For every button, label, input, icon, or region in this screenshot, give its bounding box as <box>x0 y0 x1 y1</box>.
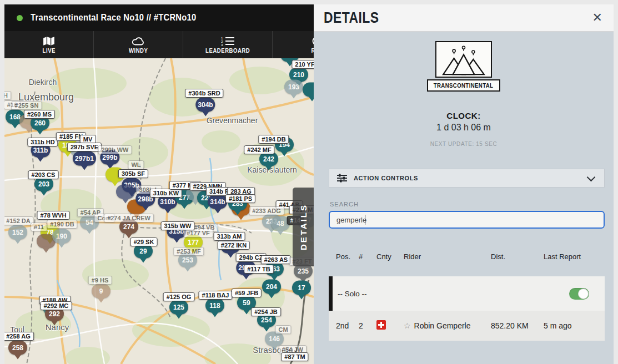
map-rider-tag[interactable]: #272 IKN <box>218 241 250 250</box>
map-pin[interactable]: 235 <box>294 264 313 283</box>
chevron-down-icon <box>587 173 596 181</box>
search-input[interactable] <box>329 211 605 229</box>
rider-name: Robin Gemperle <box>414 321 471 330</box>
map-rider-tag[interactable]: AH <box>4 91 11 100</box>
map-rider-tag[interactable]: #258 AG <box>4 332 34 341</box>
rider-country <box>376 320 404 331</box>
solo-group-row: -- Solo -- <box>329 276 605 311</box>
map-rider-tag[interactable]: 315b WW <box>161 221 195 230</box>
map-pin[interactable]: 190 <box>52 229 71 248</box>
map-rider-tag[interactable]: #253 MF <box>173 247 204 256</box>
map-rider-tag[interactable]: #125 OG <box>163 292 195 301</box>
rider-dist: 852.20 KM <box>491 321 544 330</box>
map-rider-tag[interactable]: #59 JFB <box>232 289 262 297</box>
map-pin[interactable]: 9 <box>92 284 110 303</box>
map-rider-tag[interactable]: #118 BAJ <box>199 291 233 300</box>
close-icon[interactable]: ✕ <box>590 11 605 25</box>
map-rider-tag[interactable]: #87 TM <box>281 352 308 361</box>
details-panel-title: DETAILS <box>324 9 379 27</box>
clock-label: CLOCK: <box>314 111 614 120</box>
map-rider-tag[interactable]: 210 YF <box>292 60 314 69</box>
map-pin[interactable] <box>303 83 314 102</box>
map-pin[interactable]: 203 <box>34 177 53 196</box>
map-rider-tag[interactable]: CM <box>275 325 291 334</box>
map-rider-tag[interactable]: #260 MS <box>24 110 55 119</box>
column-last-report: Last Report <box>544 252 605 261</box>
swiss-flag-icon <box>376 320 386 330</box>
map-rider-tag[interactable]: #233 ADG <box>249 206 284 215</box>
map-nav-bar: LIVE WINDY 123 LEADERBOARD <box>4 31 314 58</box>
map-rider-tag[interactable]: 297b SVE <box>67 143 102 151</box>
map-rider-tag[interactable]: #263 AS <box>261 255 291 264</box>
details-panel: DETAILS ✕ TRAN <box>314 4 614 364</box>
column-pos: Pos. <box>329 252 359 261</box>
city-label: Grevenmacher <box>207 116 258 125</box>
race-map[interactable]: DiekirchLuxembourgGrevenmacherKaiserslau… <box>4 58 314 364</box>
live-status-dot-icon <box>17 15 23 21</box>
map-pin[interactable]: 118 <box>205 299 224 317</box>
action-controls-label: ACTION CONTROLS <box>354 175 588 181</box>
cloud-icon <box>132 36 145 46</box>
race-logo-text: TRANSCONTINENTAL <box>434 82 494 89</box>
map-rider-tag[interactable]: #9 HS <box>88 276 112 285</box>
race-title-bar: Transcontinental Race No10 // #TCRNo10 <box>4 4 314 31</box>
map-rider-tag[interactable]: #78 WVH <box>37 211 69 220</box>
map-rider-tag[interactable]: #304b SRD <box>185 89 223 98</box>
nav-tab-replay[interactable]: REP <box>273 31 314 58</box>
map-rider-tag[interactable]: 310b KW <box>150 189 182 198</box>
nav-tab-windy[interactable]: WINDY <box>94 31 183 58</box>
details-drawer-tab-label: DETAILS <box>299 204 308 250</box>
map-pin[interactable]: 258 <box>8 341 27 360</box>
solo-toggle[interactable] <box>569 288 589 300</box>
search-label: SEARCH <box>330 201 359 208</box>
map-rider-tag[interactable]: #29 SK <box>130 237 158 246</box>
rider-pos: 2nd <box>329 321 359 330</box>
map-rider-tag[interactable]: #152 DA <box>4 216 34 225</box>
map-pin[interactable]: 204 <box>262 280 281 299</box>
map-rider-tag[interactable]: 305b SF <box>118 169 148 178</box>
map-rider-tag[interactable]: #117 TB <box>244 265 274 274</box>
svg-text:3: 3 <box>221 43 223 46</box>
map-rider-tag[interactable]: #194 DB <box>258 135 289 144</box>
race-logo-image <box>435 41 492 78</box>
nav-tab-live[interactable]: LIVE <box>4 31 94 58</box>
map-rider-tag[interactable]: #181 PS <box>225 194 255 203</box>
map-pin[interactable]: 17 <box>292 281 311 300</box>
tune-sliders-icon <box>337 174 347 183</box>
app: Transcontinental Race No10 // #TCRNo10 L… <box>0 0 618 364</box>
clock-value: 1 d 03 h 06 m <box>314 123 614 133</box>
map-pin[interactable]: 125 <box>169 300 188 319</box>
map-rider-tag[interactable]: #242 MF <box>244 145 274 154</box>
map-window: Transcontinental Race No10 // #TCRNo10 L… <box>4 4 314 364</box>
map-rider-tag[interactable]: #292 MC <box>41 301 72 310</box>
map-rider-tag[interactable]: #254 JB <box>251 307 281 316</box>
action-controls-accordion[interactable]: ACTION CONTROLS <box>329 169 605 188</box>
map-rider-tag[interactable]: #203 CS <box>28 170 59 179</box>
map-pin[interactable]: 314b <box>208 195 227 214</box>
map-pin[interactable]: 297b1 <box>73 151 96 170</box>
details-drawer-tab[interactable]: DETAILS <box>293 188 314 266</box>
map-rider-tag[interactable]: #274 JA CREW <box>104 214 154 223</box>
map-pin[interactable]: 152 <box>8 225 27 244</box>
map-pin[interactable]: 193 <box>284 80 303 99</box>
map-rider-tag[interactable]: #11 <box>31 223 47 231</box>
rider-row[interactable]: 2nd 2 ☆ Robin Gemperle 852.20 KM 5 m ago <box>329 311 605 341</box>
rider-last-report: 5 m ago <box>544 321 605 330</box>
map-rider-tag[interactable]: #255 SN <box>12 101 42 110</box>
nav-tab-live-label: LIVE <box>42 48 55 54</box>
map-rider-tag[interactable]: 311b HD <box>27 138 58 146</box>
race-logo: TRANSCONTINENTAL <box>314 41 614 92</box>
star-icon[interactable]: ☆ <box>404 321 411 330</box>
map-pin[interactable]: 304b <box>195 98 215 117</box>
map-pin[interactable]: 29 <box>134 244 153 263</box>
nav-tab-leaderboard-label: LEADERBOARD <box>205 48 250 54</box>
text-caret <box>365 215 365 225</box>
column-number: # <box>359 252 376 261</box>
nav-tab-leaderboard[interactable]: 123 LEADERBOARD <box>183 31 273 58</box>
map-rider-tag[interactable]: WL <box>128 160 144 169</box>
map-rider-tag[interactable]: 299b WW <box>98 145 132 154</box>
map-pin[interactable]: 242 <box>259 152 278 171</box>
map-rider-tag[interactable]: #190 DB <box>47 220 77 229</box>
map-rider-tag[interactable]: 313b AM <box>214 232 245 241</box>
mountains-icon <box>438 46 490 77</box>
